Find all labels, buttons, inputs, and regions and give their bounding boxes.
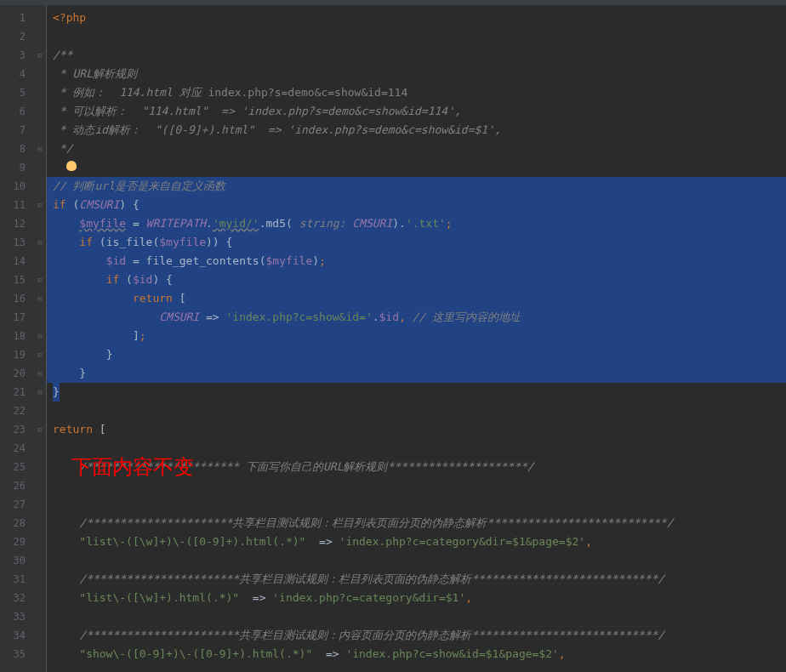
code-line[interactable] <box>46 158 786 177</box>
line-number[interactable]: 35 <box>0 645 34 663</box>
code-line[interactable]: * URL解析规则 <box>46 65 786 83</box>
line-number[interactable]: 9 <box>0 158 34 177</box>
code-line[interactable]: /*********************** 下面写你自己的URL解析规则*… <box>46 458 786 476</box>
code-line[interactable]: if ($id) { <box>46 271 786 289</box>
code-line[interactable]: CMSURI => 'index.php?c=show&id='.$id, //… <box>46 308 786 327</box>
line-number[interactable]: 21 <box>0 383 34 401</box>
line-number[interactable]: 5 <box>0 83 34 102</box>
fold-column[interactable]: ⊟ ⊟ ⊟ ⊟ ⊟ ⊟ ⊟ ⊟ ⊟ ⊟ ⊟ <box>34 5 46 672</box>
code-line[interactable]: ]; <box>46 327 786 345</box>
fold-marker[interactable] <box>34 121 46 140</box>
line-number[interactable]: 7 <box>0 121 34 140</box>
line-number[interactable]: 32 <box>0 589 34 607</box>
fold-marker[interactable] <box>34 65 46 83</box>
line-number[interactable]: 17 <box>0 308 34 327</box>
lightbulb-icon[interactable] <box>66 161 77 171</box>
line-number[interactable]: 16 <box>0 289 34 308</box>
line-number[interactable]: 27 <box>0 495 34 514</box>
fold-marker[interactable]: ⊟ <box>34 364 46 383</box>
line-number[interactable]: 2 <box>0 27 34 46</box>
line-number[interactable]: 20 <box>0 364 34 383</box>
code-line[interactable]: if (is_file($myfile)) { <box>46 233 786 252</box>
line-number[interactable]: 18 <box>0 327 34 345</box>
line-number[interactable]: 24 <box>0 439 34 458</box>
code-line[interactable]: /** <box>46 46 786 65</box>
code-content[interactable]: <?php /** * URL解析规则 * 例如： 114.html 对应 in… <box>46 5 786 672</box>
code-line[interactable]: if (CMSURI) { <box>46 196 786 214</box>
line-number[interactable]: 22 <box>0 401 34 420</box>
fold-marker[interactable]: ⊟ <box>34 289 46 308</box>
fold-marker[interactable] <box>34 308 46 327</box>
code-editor[interactable]: 1 2 3 4 5 6 7 8 9 10 11 12 13 14 15 16 1… <box>0 5 786 672</box>
fold-marker[interactable]: ⊟ <box>34 327 46 345</box>
fold-marker[interactable]: ⊟ <box>34 233 46 252</box>
fold-marker[interactable]: ⊟ <box>34 271 46 289</box>
line-number[interactable]: 28 <box>0 514 34 532</box>
fold-marker[interactable] <box>34 83 46 102</box>
fold-marker[interactable]: ⊟ <box>34 345 46 364</box>
fold-marker[interactable]: ⊟ <box>34 46 46 65</box>
code-line[interactable]: /***********************共享栏目测试规则：内容页面分页的… <box>46 626 786 645</box>
line-number[interactable]: 26 <box>0 476 34 495</box>
fold-marker[interactable] <box>34 158 46 177</box>
code-line[interactable] <box>46 551 786 570</box>
code-line[interactable]: * 例如： 114.html 对应 index.php?s=demo&c=sho… <box>46 83 786 102</box>
code-line[interactable] <box>46 401 786 420</box>
fold-marker[interactable] <box>34 27 46 46</box>
code-line[interactable]: return [ <box>46 420 786 439</box>
variable: $myfile <box>265 254 312 267</box>
fold-marker[interactable] <box>34 214 46 233</box>
code-line[interactable] <box>46 495 786 514</box>
line-number[interactable]: 1 <box>0 9 34 27</box>
code-line[interactable]: "list\-([\w]+).html(.*)" => 'index.php?c… <box>46 589 786 607</box>
line-number[interactable]: 29 <box>0 532 34 551</box>
code-line[interactable] <box>46 476 786 495</box>
code-line[interactable]: // 判断url是否是来自自定义函数 <box>46 177 786 196</box>
line-number[interactable]: 34 <box>0 626 34 645</box>
code-line[interactable]: */ <box>46 140 786 158</box>
line-number[interactable]: 3 <box>0 46 34 65</box>
line-number[interactable]: 31 <box>0 570 34 589</box>
code-line[interactable]: } <box>46 383 786 401</box>
code-line[interactable] <box>46 439 786 458</box>
line-number[interactable]: 14 <box>0 252 34 271</box>
code-line[interactable]: "show\-([0-9]+)\-([0-9]+).html(.*)" => '… <box>46 645 786 663</box>
code-line[interactable]: /**********************共享栏目测试规则：栏目列表页面分页… <box>46 514 786 532</box>
fold-marker[interactable]: ⊟ <box>34 140 46 158</box>
line-number[interactable]: 4 <box>0 65 34 83</box>
fold-marker[interactable]: ⊟ <box>34 196 46 214</box>
code-line[interactable]: * 可以解析： "114.html" => 'index.php?s=demo&… <box>46 102 786 121</box>
line-number[interactable]: 30 <box>0 551 34 570</box>
fold-marker[interactable]: ⊟ <box>34 420 46 439</box>
code-line[interactable] <box>46 27 786 46</box>
line-number-gutter[interactable]: 1 2 3 4 5 6 7 8 9 10 11 12 13 14 15 16 1… <box>0 5 34 672</box>
code-line[interactable]: } <box>46 364 786 383</box>
line-number[interactable]: 15 <box>0 271 34 289</box>
code-line[interactable]: "list\-([\w]+)\-([0-9]+).html(.*)" => 'i… <box>46 532 786 551</box>
line-number[interactable]: 12 <box>0 214 34 233</box>
code-line[interactable]: /***********************共享栏目测试规则：栏目列表页面的… <box>46 570 786 589</box>
fold-marker[interactable] <box>34 401 46 420</box>
fold-marker[interactable]: ⊟ <box>34 383 46 401</box>
line-number[interactable]: 33 <box>0 607 34 626</box>
code-line[interactable]: $myfile = WRITEPATH.'myid/'.md5( string:… <box>46 214 786 233</box>
code-line[interactable] <box>46 607 786 626</box>
code-line[interactable]: $id = file_get_contents($myfile); <box>46 252 786 271</box>
fold-marker[interactable] <box>34 252 46 271</box>
line-number[interactable]: 10 <box>0 177 34 196</box>
line-number[interactable]: 19 <box>0 345 34 364</box>
line-number[interactable]: 25 <box>0 458 34 476</box>
fold-marker[interactable] <box>34 177 46 196</box>
keyword-if: if <box>79 236 93 248</box>
code-line[interactable]: return [ <box>46 289 786 308</box>
line-number[interactable]: 11 <box>0 196 34 214</box>
code-line[interactable]: } <box>46 345 786 364</box>
line-number[interactable]: 6 <box>0 102 34 121</box>
code-line[interactable]: <?php <box>46 9 786 27</box>
line-number[interactable]: 13 <box>0 233 34 252</box>
fold-marker[interactable] <box>34 102 46 121</box>
line-number[interactable]: 8 <box>0 140 34 158</box>
code-line[interactable]: * 动态id解析： "([0-9]+).html" => 'index.php?… <box>46 121 786 140</box>
fold-marker[interactable] <box>34 9 46 27</box>
line-number[interactable]: 23 <box>0 420 34 439</box>
